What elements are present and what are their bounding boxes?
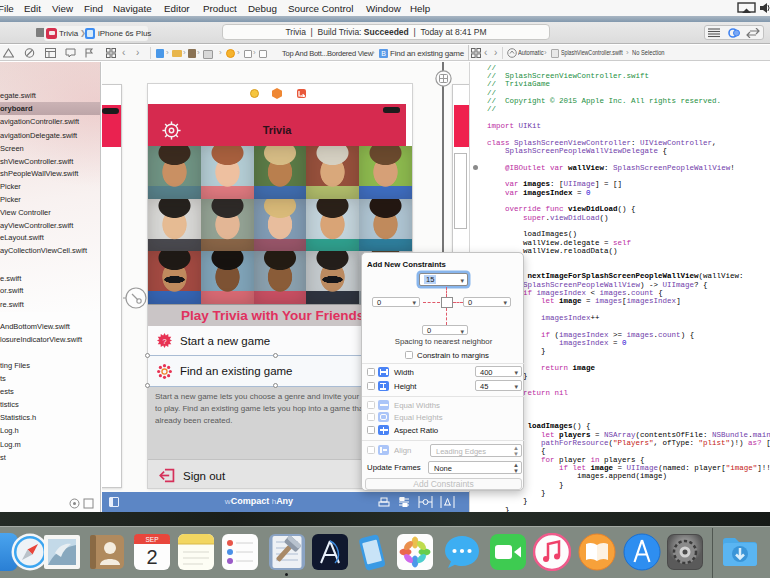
svg-text:?: ? bbox=[162, 337, 166, 346]
svg-text:2: 2 bbox=[146, 546, 157, 568]
svg-text:SEP: SEP bbox=[145, 536, 158, 543]
